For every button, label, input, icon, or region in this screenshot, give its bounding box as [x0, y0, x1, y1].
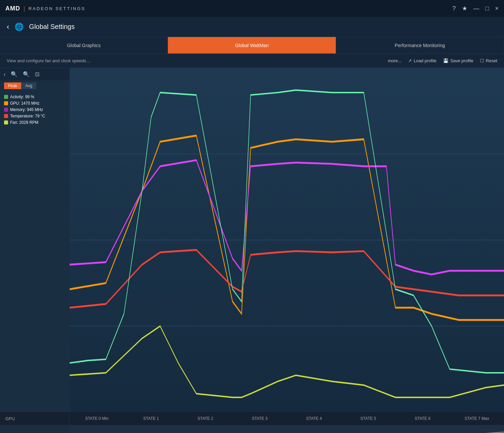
states-bar-right: STATE 0 Min STATE 1 STATE 2 STATE 3 STAT… [70, 412, 504, 425]
state-5: STATE 5 [341, 416, 395, 421]
state-7-max: STATE 7 Max [450, 416, 504, 421]
chart-controls: ‹ 🔍 🔍 ⊡ [0, 68, 70, 80]
memory-color [4, 108, 8, 112]
legend-activity: Activity: 99 % [4, 95, 66, 99]
titlebar: AMD | RADEON SETTINGS ? ★ — □ × [0, 0, 504, 17]
activity-label: Activity: 99 % [10, 95, 34, 99]
back-button[interactable]: ‹ [7, 23, 9, 31]
tab-global-graphics[interactable]: Global Graphics [0, 37, 168, 53]
subheader: View and configure fan and clock speeds.… [0, 54, 504, 68]
legend-gpu: GPU: 1470 MHz [4, 101, 66, 106]
legend-memory: Memory: 945 MHz [4, 107, 66, 112]
svg-rect-5 [70, 425, 504, 433]
radeon-settings-title: RADEON SETTINGS [29, 6, 85, 11]
load-profile-button[interactable]: ↗ Load profile [408, 58, 436, 63]
curve-area [70, 425, 504, 433]
globe-icon: 🌐 [14, 23, 24, 31]
help-icon[interactable]: ? [453, 5, 456, 12]
titlebar-left: AMD | RADEON SETTINGS [5, 5, 85, 12]
state-0-min: STATE 0 Min [70, 416, 124, 421]
states-bar: GPU STATE 0 Min STATE 1 STATE 2 STATE 3 … [0, 412, 504, 425]
zoom-out-button[interactable]: 🔍 [21, 70, 31, 78]
gpu-label: GPU: 1470 MHz [10, 101, 39, 106]
zoom-in-button[interactable]: 🔍 [9, 70, 19, 78]
lower-left: 30 MHz Current Speed [0, 425, 70, 433]
frame-button[interactable]: ⊡ [33, 70, 41, 78]
gpu-color [4, 101, 8, 105]
legend-temperature: Temperature: 79 °C [4, 114, 66, 118]
minimize-icon[interactable]: — [473, 5, 479, 12]
peak-avg-toggle: Peak Avg [2, 80, 68, 91]
maximize-icon[interactable]: □ [485, 5, 489, 12]
state-1: STATE 1 [124, 416, 178, 421]
chart-svg [70, 68, 504, 412]
reset-button[interactable]: ☐ Reset [480, 58, 497, 63]
subheader-description: View and configure fan and clock speeds.… [7, 58, 91, 63]
header: ‹ 🌐 Global Settings [0, 17, 504, 37]
close-icon[interactable]: × [495, 5, 499, 12]
amd-logo: AMD [5, 5, 20, 12]
peak-button[interactable]: Peak [4, 82, 21, 89]
curve-svg [70, 425, 504, 433]
lower-section: 30 MHz Current Speed [0, 425, 504, 433]
memory-label: Memory: 945 MHz [10, 107, 43, 112]
back-chart-button[interactable]: ‹ [2, 70, 7, 78]
gpu-label: GPU [0, 412, 70, 425]
state-3: STATE 3 [232, 416, 287, 421]
subheader-actions: more... ↗ Load profile 💾 Save profile ☐ … [388, 58, 497, 63]
tab-bar: Global Graphics Global WattMan Performan… [0, 37, 504, 54]
save-profile-button[interactable]: 💾 Save profile [443, 58, 473, 63]
fan-label: Fan: 2029 RPM [10, 120, 38, 125]
legend-fan: Fan: 2029 RPM [4, 120, 66, 125]
speedometer: 30 MHz [18, 432, 51, 433]
chart-area [70, 68, 504, 412]
avg-button[interactable]: Avg [21, 82, 36, 89]
main-area: ‹ 🔍 🔍 ⊡ Peak Avg Activity: 99 % GPU: 147… [0, 68, 504, 412]
more-button[interactable]: more... [388, 58, 401, 63]
activity-color [4, 95, 8, 99]
divider: | [24, 5, 25, 12]
bookmark-icon[interactable]: ★ [462, 5, 467, 12]
temperature-label: Temperature: 79 °C [10, 114, 45, 118]
left-panel: ‹ 🔍 🔍 ⊡ Peak Avg Activity: 99 % GPU: 147… [0, 68, 70, 412]
titlebar-right: ? ★ — □ × [453, 5, 499, 12]
state-4: STATE 4 [287, 416, 341, 421]
state-6: STATE 6 [395, 416, 449, 421]
chart-legend: Activity: 99 % GPU: 1470 MHz Memory: 945… [0, 91, 70, 130]
fan-color [4, 120, 8, 124]
tab-performance-monitoring[interactable]: Performance Monitoring [336, 37, 504, 53]
page-title: Global Settings [29, 23, 75, 31]
tab-global-wattman[interactable]: Global WattMan [168, 37, 336, 53]
state-2: STATE 2 [178, 416, 232, 421]
temperature-color [4, 114, 8, 118]
